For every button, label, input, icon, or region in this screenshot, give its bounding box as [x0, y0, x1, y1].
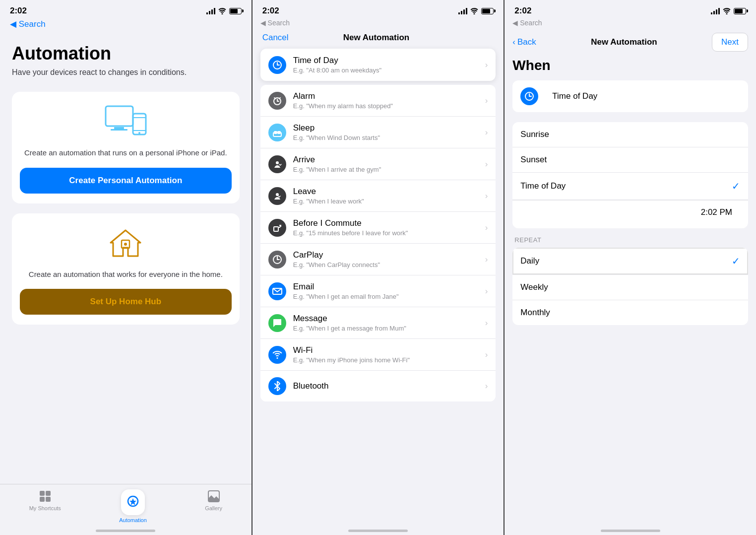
status-icons-3	[711, 8, 746, 14]
home-indicator-1	[96, 530, 155, 532]
time-display-value: 2:02 PM	[520, 204, 740, 224]
tab-my-shortcuts[interactable]: My Shortcuts	[29, 489, 61, 511]
selected-trigger-name: Time of Day	[293, 56, 485, 66]
alarm-icon	[268, 92, 286, 110]
commute-icon	[268, 219, 286, 237]
time-3: 2:02	[514, 6, 531, 16]
sleep-item-text: Sleep E.g. "When Wind Down starts"	[293, 123, 485, 141]
list-item-commute[interactable]: Before I Commute E.g. "15 minutes before…	[260, 212, 496, 244]
tab-bar-1: My Shortcuts Automation Gallery	[0, 484, 252, 535]
email-icon	[268, 282, 286, 300]
carplay-item-text: CarPlay E.g. "When CarPlay connects"	[293, 250, 485, 268]
selected-trigger-desc: E.g. "At 8:00 am on weekdays"	[293, 67, 485, 74]
commute-item-text: Before I Commute E.g. "15 minutes before…	[293, 218, 485, 237]
back-chevron-icon: ‹	[512, 37, 515, 47]
wifi-icon	[268, 346, 286, 364]
wifi-status-icon-1	[218, 8, 226, 14]
automation-home-content: Automation Have your devices react to ch…	[0, 33, 252, 344]
svg-point-8	[124, 243, 127, 246]
bluetooth-item-text: Bluetooth	[293, 381, 485, 391]
personal-card-icon	[20, 104, 232, 140]
picker-sunset[interactable]: Sunset	[512, 147, 748, 173]
home-card-icon	[20, 225, 232, 262]
sleep-icon	[268, 124, 286, 141]
home-indicator-3	[601, 530, 660, 532]
back-button[interactable]: ‹ Back	[512, 37, 536, 47]
back-search-1[interactable]: ◀ Search	[0, 19, 252, 33]
panel3-nav-title: New Automation	[591, 37, 657, 47]
list-item-wifi[interactable]: Wi-Fi E.g. "When my iPhone joins home Wi…	[260, 339, 496, 371]
automation-list-scroll[interactable]: Alarm E.g. "When my alarm has stopped" ›…	[252, 85, 504, 409]
status-bar-3: 2:02	[504, 0, 756, 19]
selected-trigger-card[interactable]: Time of Day E.g. "At 8:00 am on weekdays…	[260, 49, 496, 81]
repeat-options-list: Daily ✓ Weekly Monthly	[512, 248, 748, 325]
svg-rect-9	[40, 491, 45, 496]
search-back-3[interactable]: ◀ Search	[504, 19, 756, 29]
cancel-button[interactable]: Cancel	[262, 33, 289, 43]
when-heading: When	[512, 58, 748, 73]
selected-chevron: ›	[485, 60, 488, 70]
selected-trigger-text: Time of Day E.g. "At 8:00 am on weekdays…	[293, 56, 485, 74]
signal-icon-2	[458, 8, 467, 14]
search-back-2[interactable]: ◀ Search	[252, 19, 504, 29]
tab-automation[interactable]: Automation	[119, 489, 147, 523]
svg-rect-2	[111, 129, 127, 131]
tab-my-shortcuts-label: My Shortcuts	[29, 505, 61, 511]
tab-automation-label: Automation	[119, 517, 147, 523]
battery-icon-2	[481, 8, 494, 14]
list-item-bluetooth[interactable]: Bluetooth ›	[260, 371, 496, 401]
alarm-item-text: Alarm E.g. "When my alarm has stopped"	[293, 91, 485, 110]
daily-check-icon: ✓	[732, 255, 740, 267]
list-item-sleep[interactable]: Sleep E.g. "When Wind Down starts" ›	[260, 117, 496, 148]
personal-automation-card: Create an automation that runs on a pers…	[12, 92, 240, 203]
repeat-section: REPEAT Daily ✓ Weekly Monthly	[504, 236, 756, 325]
when-clock-icon	[520, 87, 538, 105]
panel-automation-home: 2:02 ◀ Search Automation Have your devic…	[0, 0, 252, 535]
list-item-carplay[interactable]: CarPlay E.g. "When CarPlay connects" ›	[260, 244, 496, 275]
when-section: When Time of Day	[504, 58, 756, 112]
panel2-navbar: Cancel New Automation	[252, 29, 504, 49]
svg-rect-12	[46, 497, 51, 502]
tab-gallery[interactable]: Gallery	[205, 489, 222, 511]
personal-card-text: Create an automation that runs on a pers…	[20, 147, 232, 159]
setup-home-hub-button[interactable]: Set Up Home Hub	[20, 289, 232, 315]
panel-new-automation: 2:02 ◀ Search Cancel New Automation Time…	[252, 0, 504, 535]
list-item-email[interactable]: Email E.g. "When I get an email from Jan…	[260, 275, 496, 307]
arrive-icon	[268, 155, 286, 173]
time-1: 2:02	[10, 6, 27, 16]
status-icons-1	[206, 8, 242, 14]
picker-time-of-day[interactable]: Time of Day ✓	[512, 173, 748, 200]
list-item-leave[interactable]: Leave E.g. "When I leave work" ›	[260, 180, 496, 212]
time-of-day-selected-icon	[268, 56, 286, 74]
battery-icon-3	[734, 8, 746, 14]
repeat-daily[interactable]: Daily ✓	[512, 248, 748, 275]
list-item-alarm[interactable]: Alarm E.g. "When my alarm has stopped" ›	[260, 85, 496, 117]
time-2: 2:02	[262, 6, 279, 16]
page-title-1: Automation	[12, 43, 240, 64]
repeat-weekly[interactable]: Weekly	[512, 275, 748, 300]
message-item-text: Message E.g. "When I get a message from …	[293, 314, 485, 332]
wifi-status-icon-3	[723, 8, 731, 14]
time-value-row: 2:02 PM	[512, 200, 748, 228]
picker-sunrise[interactable]: Sunrise	[512, 122, 748, 147]
automation-list: Alarm E.g. "When my alarm has stopped" ›…	[260, 85, 496, 401]
next-button[interactable]: Next	[712, 33, 748, 52]
repeat-monthly[interactable]: Monthly	[512, 300, 748, 325]
svg-point-6	[138, 132, 140, 134]
carplay-icon	[268, 251, 286, 268]
tab-gallery-label: Gallery	[205, 505, 222, 511]
svg-rect-3	[133, 114, 146, 134]
list-item-arrive[interactable]: Arrive E.g. "When I arrive at the gym" ›	[260, 148, 496, 180]
leave-item-text: Leave E.g. "When I leave work"	[293, 187, 485, 205]
home-hub-card: Create an automation that works for ever…	[12, 213, 240, 325]
status-icons-2	[458, 8, 494, 14]
time-of-day-check-icon: ✓	[732, 180, 740, 192]
svg-rect-0	[106, 106, 133, 126]
when-trigger-card: Time of Day	[512, 80, 748, 112]
battery-icon-1	[229, 8, 242, 14]
svg-rect-10	[46, 491, 51, 496]
svg-rect-28	[274, 227, 278, 231]
list-item-message[interactable]: Message E.g. "When I get a message from …	[260, 307, 496, 339]
create-personal-automation-button[interactable]: Create Personal Automation	[20, 168, 232, 194]
wifi-item-text: Wi-Fi E.g. "When my iPhone joins home Wi…	[293, 345, 485, 364]
